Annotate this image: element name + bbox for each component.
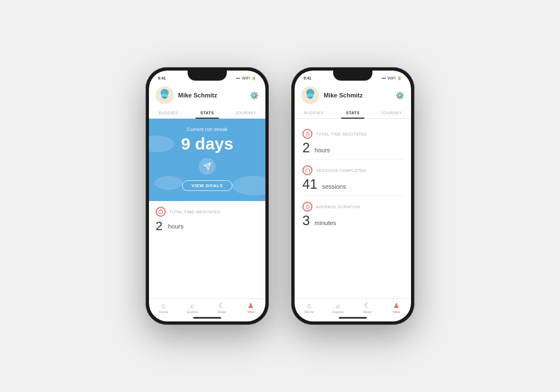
headphones-icon [302,165,312,175]
cloud-decoration [232,176,265,195]
avatar [156,86,174,104]
send-icon [203,162,211,170]
nav-sleep[interactable]: ☾ Sleep [207,301,236,314]
nav-sleep-label: Sleep [217,310,226,314]
phone-2: 9:41 ▪▪▪ WiFi 🔋 [291,67,414,325]
notch [333,71,372,81]
timer-svg [305,132,310,137]
nav-home[interactable]: ⌂ Home [295,301,324,314]
stat-row-time: TOTAL TIME MEDITATED [156,207,259,217]
tab-journey[interactable]: JOURNEY [372,108,411,118]
timer-icon [302,129,312,139]
settings-icon[interactable]: ⚙️ [250,91,259,100]
moon-icon: ☾ [218,301,225,310]
avg-duration-label: AVERAGE DURATION [316,205,360,209]
search-icon: ⌕ [190,301,195,310]
tab-buddies[interactable]: BUDDIES [295,108,333,118]
share-button[interactable] [199,158,216,175]
nav-profile[interactable]: ♟ Mike [236,301,265,314]
stats-preview: TOTAL TIME MEDITATED 2 hours [149,201,265,237]
nav-explore-label: Explore [187,310,198,314]
nav-home-label: Home [159,310,168,314]
home-indicator [339,317,367,319]
person-icon: ♟ [393,301,400,310]
avatar [301,86,319,104]
status-icons: ▪▪▪ WiFi 🔋 [382,76,402,81]
battery-icon: 🔋 [251,76,256,81]
main-content: Current run streak 9 days VIEW GOALS [149,119,265,298]
streak-label: Current run streak [187,127,228,132]
stat-entry-duration: AVERAGE DURATION 3 minutes [302,197,403,232]
total-time-unit: hours [315,147,330,153]
svg-point-8 [163,95,164,96]
wifi-icon: WiFi [242,76,250,80]
cloud-decoration [149,136,174,152]
wifi-icon: WiFi [388,76,395,80]
nav-home-label: Home [305,310,314,314]
timer-icon [156,207,166,217]
view-goals-button[interactable]: VIEW GOALS [182,180,232,191]
nav-explore[interactable]: ⌕ Explore [324,301,353,314]
header: Mike Schmitz ⚙️ [295,83,411,108]
total-time-label: TOTAL TIME MEDITATED [169,210,221,214]
user-name: Mike Schmitz [178,92,245,99]
home-icon: ⌂ [161,301,166,310]
nav-profile[interactable]: ♟ Mike [382,301,411,314]
stopwatch-icon [302,202,312,212]
battery-icon: 🔋 [397,76,402,81]
sessions-unit: sessions [322,183,346,190]
tab-bar: BUDDIES STATS JOURNEY [295,108,411,119]
tab-stats[interactable]: STATS [333,108,372,118]
notch [188,71,227,81]
home-indicator [193,317,221,319]
svg-rect-24 [305,171,306,172]
stat-header-duration: AVERAGE DURATION [302,202,403,212]
svg-point-21 [309,95,309,96]
tab-stats[interactable]: STATS [188,108,226,118]
total-time-value: 2 [302,140,310,155]
svg-rect-25 [309,171,310,172]
streak-card: Current run streak 9 days VIEW GOALS [149,119,265,201]
sessions-label: SESSIONS COMPLETED [316,169,366,172]
stat-entry-sessions: SESSIONS COMPLETED 41 sessions [302,161,403,196]
stats-list: TOTAL TIME MEDITATED 2 hours [295,119,411,298]
headphones-svg [305,168,310,173]
moon-icon: ☾ [364,301,371,310]
streak-value: 9 days [181,134,233,153]
tab-journey[interactable]: JOURNEY [227,108,265,118]
svg-point-9 [166,95,166,96]
tab-bar: BUDDIES STATS JOURNEY [149,108,265,119]
svg-point-22 [311,95,312,96]
total-time-value: 2 [156,219,162,234]
avg-duration-value: 3 [302,213,310,228]
stopwatch-svg [305,204,310,209]
signal-icon: ▪▪▪ [382,76,386,80]
nav-profile-label: Mike [393,310,400,314]
person-icon: ♟ [248,301,254,310]
home-icon: ⌂ [307,301,311,310]
stat-value-row-sessions: 41 sessions [302,178,403,191]
header: Mike Schmitz ⚙️ [149,83,265,108]
stat-value-row-time: 2 hours [302,141,403,155]
stat-header-sessions: SESSIONS COMPLETED [302,165,403,175]
search-icon: ⌕ [336,301,340,310]
tab-buddies[interactable]: BUDDIES [149,108,188,118]
signal-icon: ▪▪▪ [236,76,240,80]
total-time-unit: hours [168,223,184,230]
nav-explore-label: Explore [333,310,344,314]
nav-explore[interactable]: ⌕ Explore [178,301,207,314]
settings-icon[interactable]: ⚙️ [395,91,404,100]
phone-1: 9:41 ▪▪▪ WiFi 🔋 [146,67,269,325]
cloud-decoration [155,176,183,190]
user-name: Mike Schmitz [324,92,391,99]
stat-value-row: 2 hours [156,219,259,234]
total-time-label: TOTAL TIME MEDITATED [316,132,367,136]
nav-home[interactable]: ⌂ Home [149,301,178,314]
nav-profile-label: Mike [248,310,255,314]
status-time: 9:41 [158,76,166,80]
nav-sleep[interactable]: ☾ Sleep [353,301,382,314]
timer-svg [158,209,164,214]
stat-header-time: TOTAL TIME MEDITATED [302,129,403,139]
status-icons: ▪▪▪ WiFi 🔋 [236,76,256,81]
nav-sleep-label: Sleep [363,310,371,314]
